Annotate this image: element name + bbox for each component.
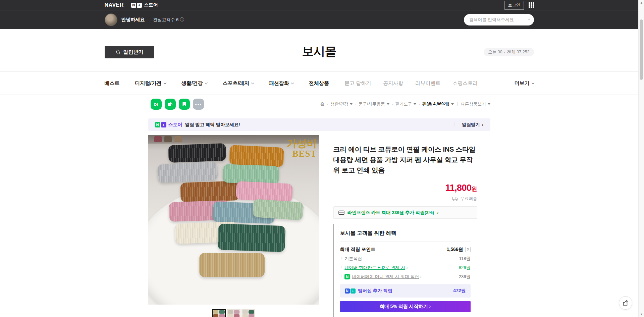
nav-item[interactable]: 공지사항	[383, 80, 403, 87]
divider	[457, 102, 458, 106]
benefits-title: 보시몰 고객을 위한 혜택	[340, 224, 471, 242]
breadcrumb-item[interactable]: 홈	[320, 101, 325, 107]
caret-down-icon	[414, 103, 416, 105]
chevron-down-icon	[531, 81, 534, 84]
store-avatar[interactable]	[105, 13, 117, 26]
plus-badge-icon: +	[137, 3, 142, 8]
benefit-value: 826원	[459, 265, 471, 271]
breadcrumb: 홈 ›생활/건강 ›문구/사무용품 ›필기도구 ›펜(총 4,869개) 다른상…	[320, 101, 490, 107]
greeting-text: 안녕하세요	[121, 17, 145, 23]
benefit-value: 118원	[459, 256, 471, 262]
chevron-down-icon	[291, 81, 294, 84]
nav-item[interactable]: 묻고 답하기	[344, 80, 371, 87]
nav-item[interactable]: 리뷰이벤트	[415, 80, 440, 87]
caret-down-icon	[488, 103, 490, 105]
product-title: 크리 에이 티브 코듀로이 연필 케이스 INS 스타일 대용량 세면 용품 가…	[333, 144, 477, 175]
plus-badge-icon: +	[161, 122, 166, 127]
blog-icon[interactable]: bl	[151, 99, 162, 110]
badge-store-label: 스토어	[168, 122, 182, 128]
thumbnail-strip	[148, 309, 319, 317]
credit-card-icon	[338, 210, 344, 215]
help-button[interactable]: ?	[465, 247, 471, 252]
nplus-store-logo[interactable]: N + 스토어	[131, 2, 158, 8]
pencil-case	[180, 181, 239, 202]
other-products-button[interactable]: 다른상품보기	[461, 101, 490, 107]
nav-more-button[interactable]: 더보기	[515, 80, 534, 87]
visits-separator: ·	[504, 50, 505, 55]
nav-item[interactable]: 생활/건강	[181, 80, 207, 87]
scrollbar[interactable]: ▲ ▼	[638, 0, 644, 317]
nav-item[interactable]: 베스트	[105, 80, 120, 87]
page: NAVER N + 스토어 로그인 안녕하세요 관심고객수 6 ⓘ	[0, 0, 644, 317]
scroll-up-arrow[interactable]: ▲	[639, 0, 644, 5]
thumbnail-selected[interactable]	[212, 309, 226, 317]
naver-logo[interactable]: NAVER	[105, 2, 124, 8]
breadcrumb-item[interactable]: 필기도구	[395, 101, 416, 107]
breadcrumb-item[interactable]: 펜(총 4,869개)	[422, 101, 454, 107]
social-links: bl	[151, 99, 204, 110]
benefit-label[interactable]: 네이버 현대카드 Ed2로 결제 시	[344, 265, 405, 271]
bookmark-icon[interactable]	[179, 99, 190, 110]
product-section: 가성비 BEST 크리 에이 티브 코듀로이 연필 케이스 INS 스타일 대용…	[148, 135, 490, 317]
chevron-down-icon	[163, 81, 166, 84]
npay-membership-badge: N +	[345, 288, 356, 294]
pencil-case	[252, 199, 304, 220]
pencil-case	[217, 224, 285, 252]
pencil-case	[222, 164, 279, 184]
price-value: 11,800	[445, 183, 471, 193]
pencil-case	[229, 145, 284, 167]
search-box[interactable]	[464, 14, 534, 25]
store-notify-banner[interactable]: N + 스토어 알림 받고 혜택 받아보세요! ㅣ 알림받기 ›	[148, 118, 490, 131]
product-main-image[interactable]: 가성비 BEST	[148, 135, 319, 305]
scroll-down-arrow[interactable]: ▼	[639, 312, 644, 317]
breadcrumb-separator: ›	[392, 102, 393, 106]
pencil-case	[157, 161, 218, 183]
chevron-right-icon: ›	[482, 122, 484, 127]
visits-total: 전체 37,252	[507, 49, 530, 55]
chevron-down-icon	[251, 81, 254, 84]
card-promo-text: 라인프렌즈 카드 최대 236원 추가 적립(2%)	[347, 210, 434, 216]
nav-item[interactable]: 디지털/가전	[135, 80, 166, 87]
chevron-right-icon: ›	[429, 304, 431, 309]
info-icon[interactable]: ⓘ	[180, 17, 184, 23]
thumbnail[interactable]	[241, 309, 255, 317]
main-content: bl 홈 ›생활/건강 ›문구/사무용품 ›필기도구 ›펜(총 4,	[0, 95, 638, 317]
benefits-box: 보시몰 고객을 위한 혜택 최대 적립 포인트 1,566원 ? └	[333, 224, 477, 317]
nav-item[interactable]: 쇼핑스토리	[452, 80, 478, 87]
store-header: 알림받기 보시몰 오늘 30 · 전체 37,252	[0, 29, 638, 71]
breadcrumb-item[interactable]: 문구/사무용품	[359, 101, 389, 107]
benefit-value: 236원	[459, 274, 471, 280]
pencil-case	[235, 181, 293, 203]
benefit-row: └ 기본적립 118원	[340, 256, 471, 262]
shipping-label: 무료배송	[461, 196, 477, 202]
search-input[interactable]	[469, 17, 528, 22]
shipping-row: 무료배송	[333, 196, 477, 202]
thumbnail[interactable]	[227, 309, 240, 317]
benefit-label[interactable]: 기본적립	[344, 256, 362, 262]
breadcrumb-separator: ›	[355, 102, 356, 106]
cafe-icon[interactable]	[165, 99, 176, 110]
sub-item-mark: └	[340, 266, 343, 270]
product-info: 크리 에이 티브 코듀로이 연필 케이스 INS 스타일 대용량 세면 용품 가…	[333, 135, 477, 317]
n-badge-icon: N	[155, 122, 160, 127]
search-icon[interactable]	[528, 17, 530, 22]
membership-cta-button[interactable]: 최대 5% 적립 시작하기›	[340, 301, 471, 312]
share-button[interactable]	[619, 296, 632, 310]
more-icon[interactable]	[193, 99, 204, 110]
breadcrumb-separator: ›	[419, 102, 420, 106]
card-promo-banner[interactable]: 라인프렌즈 카드 최대 236원 추가 적립(2%) ›	[333, 206, 477, 219]
store-logo-label: 스토어	[144, 2, 158, 8]
benefit-label[interactable]: 네이버페이 머니 결제 시 최대 적립	[352, 274, 419, 280]
login-button[interactable]: 로그인	[504, 1, 524, 10]
followers-count: 관심고객수 6	[153, 17, 179, 23]
caret-down-icon	[451, 103, 454, 105]
nav-item[interactable]: 스포츠/레저	[223, 80, 254, 87]
scrollbar-thumb[interactable]	[640, 19, 643, 80]
apps-grid-icon[interactable]	[529, 2, 534, 8]
breadcrumb-item[interactable]: 생활/건강	[330, 101, 353, 107]
meta-row: bl 홈 ›생활/건강 ›문구/사무용품 ›필기도구 ›펜(총 4,	[148, 99, 490, 114]
nav-item[interactable]: 패션잡화	[269, 80, 293, 87]
pencil-case	[199, 253, 265, 277]
banner-notify-button[interactable]: ㅣ 알림받기 ›	[453, 122, 484, 128]
nav-item[interactable]: 전체상품	[309, 80, 329, 87]
